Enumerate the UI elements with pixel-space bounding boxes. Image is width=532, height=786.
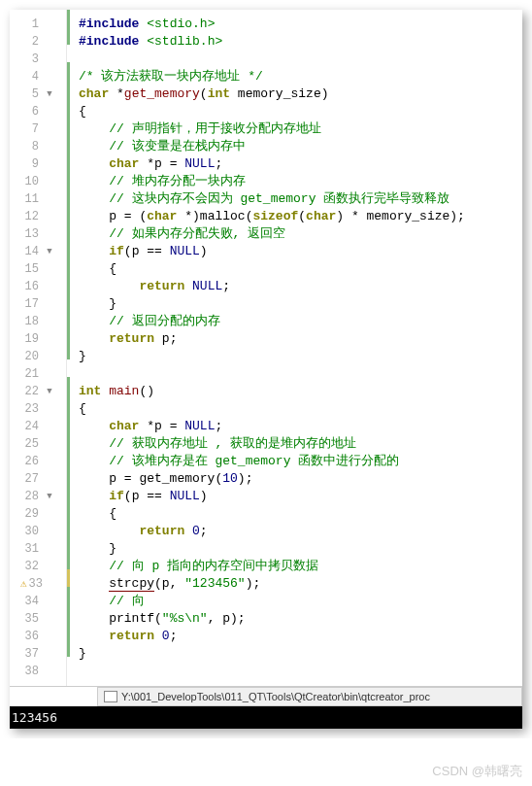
line-number[interactable]: 23 bbox=[10, 402, 43, 416]
code-line[interactable]: int main() bbox=[71, 383, 515, 400]
line-number[interactable]: 1 bbox=[10, 17, 43, 31]
line-number[interactable]: 21 bbox=[10, 367, 43, 381]
line-number[interactable]: 14 bbox=[10, 245, 43, 258]
line-number[interactable]: 6 bbox=[10, 105, 43, 119]
line-number[interactable]: 7 bbox=[10, 122, 43, 136]
line-number[interactable]: 9 bbox=[10, 157, 43, 171]
code-line[interactable]: { bbox=[71, 505, 515, 523]
code-line[interactable]: p = (char *)malloc(sizeof(char) * memory… bbox=[71, 208, 515, 225]
filepath-bar[interactable]: Y:\001_DevelopTools\011_QT\Tools\QtCreat… bbox=[97, 687, 522, 706]
line-number[interactable]: 13 bbox=[10, 227, 43, 241]
line-number[interactable]: 29 bbox=[10, 507, 43, 521]
line-number[interactable]: 18 bbox=[10, 315, 43, 328]
code-line[interactable]: if(p == NULL) bbox=[71, 488, 515, 505]
line-number[interactable]: 35 bbox=[10, 612, 43, 626]
console-output[interactable]: 123456 bbox=[10, 706, 522, 729]
line-number[interactable]: ⚠33 bbox=[10, 577, 43, 591]
code-line[interactable] bbox=[71, 365, 515, 383]
line-number[interactable]: 32 bbox=[10, 560, 43, 573]
gutter-line: 8 bbox=[10, 138, 66, 155]
line-number[interactable]: 27 bbox=[10, 472, 43, 486]
code-line[interactable]: return 0; bbox=[71, 628, 515, 645]
line-number[interactable]: 8 bbox=[10, 140, 43, 154]
filepath-text: Y:\001_DevelopTools\011_QT\Tools\QtCreat… bbox=[121, 691, 430, 702]
code-line[interactable]: p = get_memory(10); bbox=[71, 470, 515, 488]
change-bar-saved bbox=[67, 517, 70, 534]
code-line[interactable]: printf("%s\n", p); bbox=[71, 610, 515, 628]
gutter-line: 38 bbox=[10, 663, 66, 680]
line-number[interactable]: 38 bbox=[10, 665, 43, 678]
line-number[interactable]: 12 bbox=[10, 210, 43, 223]
code-line[interactable]: } bbox=[71, 348, 515, 365]
line-number[interactable]: 34 bbox=[10, 595, 43, 608]
line-number[interactable]: 24 bbox=[10, 420, 43, 433]
line-number[interactable]: 30 bbox=[10, 525, 43, 538]
line-number[interactable]: 15 bbox=[10, 262, 43, 276]
code-line[interactable]: // 如果内存分配失败, 返回空 bbox=[71, 225, 515, 243]
line-number[interactable]: 25 bbox=[10, 437, 43, 451]
code-line[interactable]: // 这块内存不会因为 get_memory 函数执行完毕导致释放 bbox=[71, 190, 515, 208]
fold-icon[interactable]: ▼ bbox=[47, 387, 51, 396]
line-number[interactable]: 22 bbox=[10, 385, 43, 398]
gutter-line: 16 bbox=[10, 278, 66, 295]
code-line[interactable]: { bbox=[71, 103, 515, 120]
code-line[interactable]: } bbox=[71, 295, 515, 313]
fold-icon[interactable]: ▼ bbox=[47, 247, 51, 256]
line-number[interactable]: 2 bbox=[10, 35, 43, 49]
line-number[interactable]: 10 bbox=[10, 175, 43, 188]
code-line[interactable]: } bbox=[71, 645, 515, 663]
line-number[interactable]: 37 bbox=[10, 647, 43, 661]
code-line[interactable]: } bbox=[71, 540, 515, 558]
gutter-line: 18 bbox=[10, 313, 66, 330]
code-line[interactable]: // 声明指针，用于接收分配内存地址 bbox=[71, 120, 515, 138]
gutter-line: 29 bbox=[10, 505, 66, 523]
line-number[interactable]: 36 bbox=[10, 630, 43, 643]
line-number[interactable]: 16 bbox=[10, 280, 43, 293]
code-line[interactable]: if(p == NULL) bbox=[71, 243, 515, 260]
line-number[interactable]: 31 bbox=[10, 542, 43, 556]
code-line[interactable]: return p; bbox=[71, 330, 515, 348]
gutter-line: 26 bbox=[10, 453, 66, 470]
line-number[interactable]: 5 bbox=[10, 87, 43, 101]
code-line[interactable]: strcpy(p, "123456"); bbox=[71, 575, 515, 593]
code-line[interactable] bbox=[71, 663, 515, 680]
code-line[interactable]: // 该堆内存是在 get_memory 函数中进行分配的 bbox=[71, 453, 515, 470]
code-line[interactable]: // 向 p 指向的内存空间中拷贝数据 bbox=[71, 558, 515, 575]
code-line[interactable]: { bbox=[71, 260, 515, 278]
line-number[interactable]: 17 bbox=[10, 297, 43, 311]
line-number[interactable]: 11 bbox=[10, 192, 43, 206]
file-icon bbox=[104, 691, 117, 702]
gutter-line: 32 bbox=[10, 558, 66, 575]
line-number[interactable]: 28 bbox=[10, 490, 43, 503]
gutter-line: 4 bbox=[10, 68, 66, 85]
code-area[interactable]: #include <stdio.h>#include <stdlib.h>/* … bbox=[66, 10, 522, 686]
change-bar-saved bbox=[67, 150, 70, 167]
code-line[interactable]: // 获取内存地址 , 获取的是堆内存的地址 bbox=[71, 435, 515, 453]
warning-icon[interactable]: ⚠ bbox=[20, 578, 27, 590]
code-line[interactable]: // 返回分配的内存 bbox=[71, 313, 515, 330]
code-editor[interactable]: 12345▼67891011121314▼1516171819202122▼23… bbox=[10, 10, 522, 686]
code-line[interactable]: // 该变量是在栈内存中 bbox=[71, 138, 515, 155]
fold-icon[interactable]: ▼ bbox=[47, 492, 51, 501]
gutter-line: 1 bbox=[10, 16, 66, 33]
code-line[interactable]: // 向 bbox=[71, 593, 515, 610]
code-line[interactable]: #include <stdio.h> bbox=[71, 16, 515, 33]
code-line[interactable]: char *p = NULL; bbox=[71, 418, 515, 435]
code-line[interactable]: #include <stdlib.h> bbox=[71, 33, 515, 51]
line-number[interactable]: 26 bbox=[10, 455, 43, 468]
code-line[interactable]: char *get_memory(int memory_size) bbox=[71, 85, 515, 103]
code-line[interactable]: return NULL; bbox=[71, 278, 515, 295]
code-line[interactable]: return 0; bbox=[71, 523, 515, 540]
fold-icon[interactable]: ▼ bbox=[47, 89, 51, 99]
code-line[interactable]: // 堆内存分配一块内存 bbox=[71, 173, 515, 190]
code-line[interactable]: { bbox=[71, 400, 515, 418]
line-number[interactable]: 19 bbox=[10, 332, 43, 346]
gutter-line: 24 bbox=[10, 418, 66, 435]
code-line[interactable] bbox=[71, 51, 515, 68]
line-number[interactable]: 3 bbox=[10, 52, 43, 66]
code-line[interactable]: char *p = NULL; bbox=[71, 155, 515, 173]
change-bar-saved bbox=[67, 80, 70, 97]
line-number[interactable]: 4 bbox=[10, 70, 43, 84]
code-line[interactable]: /* 该方法获取一块内存地址 */ bbox=[71, 68, 515, 85]
line-number[interactable]: 20 bbox=[10, 350, 43, 363]
